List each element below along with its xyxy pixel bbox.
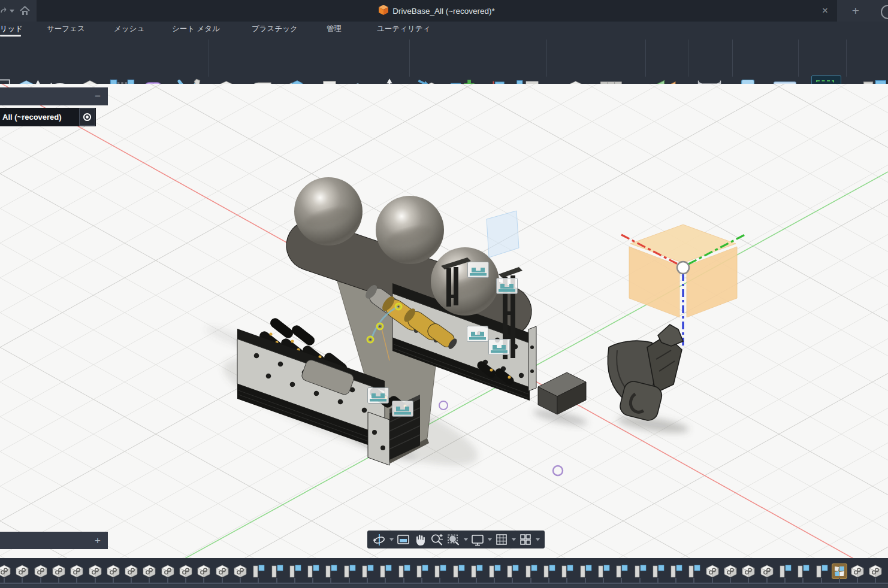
timeline-feature-link[interactable] <box>51 563 67 579</box>
timeline-feature-link[interactable] <box>850 563 865 579</box>
offset-face-icon[interactable] <box>279 78 307 84</box>
viewport-scene[interactable] <box>0 84 888 558</box>
press-pull-icon[interactable] <box>215 78 242 84</box>
timeline-feature-link[interactable] <box>178 563 194 579</box>
timeline-feature-link[interactable] <box>33 563 49 579</box>
timeline-feature-joint[interactable] <box>469 563 484 579</box>
timeline-feature-joint[interactable] <box>432 563 448 579</box>
hole-icon[interactable] <box>76 78 104 84</box>
insert-fastener-icon[interactable] <box>738 78 766 84</box>
timeline-feature-link[interactable] <box>87 563 103 579</box>
timeline-feature-link[interactable] <box>723 563 738 579</box>
timeline-feature-joint[interactable] <box>541 563 557 579</box>
timeline-feature-joint[interactable] <box>559 563 575 579</box>
capture-position-icon[interactable] <box>861 78 888 84</box>
home-icon[interactable] <box>16 0 34 22</box>
timeline-feature-link[interactable] <box>868 563 883 579</box>
timeline-feature-link[interactable] <box>759 563 775 579</box>
timeline-feature-joint[interactable] <box>305 563 321 579</box>
viewports-icon[interactable] <box>518 532 533 547</box>
grid-caret-icon[interactable] <box>511 538 517 541</box>
timeline-feature-joint[interactable] <box>287 563 303 579</box>
timeline-feature-link[interactable] <box>123 563 139 579</box>
browser-document-row[interactable]: All (~recovered) <box>0 108 96 126</box>
joint-icon[interactable] <box>480 78 508 84</box>
tab-utilities[interactable]: ユーティリティ <box>377 22 430 36</box>
visibility-radio-icon[interactable] <box>79 108 95 126</box>
joint-badge[interactable] <box>368 388 389 404</box>
window-zoom-icon[interactable] <box>446 532 461 547</box>
document-tab[interactable]: DriveBase_All (~recovered)* × <box>37 0 837 22</box>
tab-sheetmetal[interactable]: シート メタル <box>172 22 220 36</box>
avatar[interactable] <box>881 5 888 19</box>
timeline-feature-joint[interactable] <box>451 563 466 579</box>
comments-panel-bar[interactable]: + <box>0 532 108 549</box>
joint-badge[interactable] <box>392 401 413 417</box>
display-settings-icon[interactable] <box>470 532 485 547</box>
joint-badge[interactable] <box>489 340 510 355</box>
timeline-feature-joint[interactable] <box>505 563 520 579</box>
timeline-feature-link[interactable] <box>69 563 84 579</box>
generative-design-icon[interactable] <box>174 78 202 84</box>
redo-caret-icon[interactable] <box>8 0 16 22</box>
zoom-icon[interactable] <box>429 532 445 547</box>
timeline-feature-joint[interactable] <box>650 563 666 579</box>
timeline-scrub-track[interactable] <box>0 584 888 588</box>
joint-badge[interactable] <box>497 278 518 294</box>
grid-and-snaps-icon[interactable] <box>494 532 509 547</box>
timeline-feature-link[interactable] <box>232 563 248 579</box>
timeline-feature-link[interactable] <box>105 563 121 579</box>
joint-badge[interactable] <box>468 262 489 278</box>
viewport-canvas[interactable] <box>0 84 888 558</box>
timeline-feature-joint[interactable] <box>396 563 412 579</box>
orbit-caret-icon[interactable] <box>388 538 394 541</box>
viewports-caret-icon[interactable] <box>534 538 540 541</box>
insert-canvas-icon[interactable] <box>771 78 799 84</box>
timeline-feature-joint[interactable] <box>250 563 266 579</box>
browser-panel-header[interactable]: − <box>0 87 108 105</box>
rectangular-pattern-icon[interactable] <box>108 78 136 84</box>
timeline-feature-joint[interactable] <box>323 563 339 579</box>
browser-collapse-button[interactable]: − <box>95 87 101 105</box>
orbit-icon[interactable] <box>371 532 387 547</box>
timeline-feature-joint[interactable] <box>632 563 648 579</box>
panel-expand-button[interactable]: + <box>95 532 101 549</box>
combine-icon[interactable] <box>312 78 339 84</box>
split-body-icon[interactable] <box>344 78 371 84</box>
timeline-feature-joint[interactable] <box>377 563 393 579</box>
revolve-icon[interactable] <box>46 78 74 84</box>
timeline-feature-link[interactable] <box>196 563 212 579</box>
measure-icon[interactable] <box>696 78 723 84</box>
timeline-feature-joint[interactable] <box>269 563 285 579</box>
timeline-feature-joint[interactable] <box>487 563 502 579</box>
timeline-feature-link[interactable] <box>0 563 12 579</box>
select-tool-active[interactable] <box>811 75 841 84</box>
timeline-feature-link[interactable] <box>215 563 230 579</box>
close-tab-button[interactable]: × <box>818 0 832 22</box>
tab-manage[interactable]: 管理 <box>327 22 342 36</box>
display-settings-caret-icon[interactable] <box>487 538 493 541</box>
redo-icon[interactable] <box>0 0 8 22</box>
pan-icon[interactable] <box>412 532 428 547</box>
timeline-feature-joint[interactable] <box>578 563 593 579</box>
timeline-feature-joint[interactable] <box>686 563 702 579</box>
timeline-feature-joint[interactable] <box>614 563 629 579</box>
timeline-feature-joint[interactable] <box>668 563 684 579</box>
timeline-feature-joint[interactable] <box>414 563 430 579</box>
timeline-feature-joint[interactable] <box>596 563 611 579</box>
fillet-icon[interactable] <box>247 78 274 84</box>
origin-point[interactable] <box>677 262 689 274</box>
timeline-feature-joint[interactable] <box>523 563 539 579</box>
tab-mesh[interactable]: メッシュ <box>114 22 144 36</box>
timeline-feature-link[interactable] <box>705 563 720 579</box>
tab-solid[interactable]: ソリッド <box>0 22 23 36</box>
move-copy-icon[interactable] <box>376 78 403 84</box>
joint-badge[interactable] <box>467 326 488 342</box>
construction-plane-icon[interactable] <box>653 78 680 84</box>
timeline-feature-joint[interactable] <box>777 563 793 579</box>
extrude-icon[interactable] <box>13 78 41 84</box>
insert-derive-icon[interactable] <box>417 78 445 84</box>
timeline-feature-joint[interactable] <box>814 563 829 579</box>
configuration-table-icon[interactable] <box>598 78 626 84</box>
new-tab-button[interactable]: + <box>847 0 864 22</box>
